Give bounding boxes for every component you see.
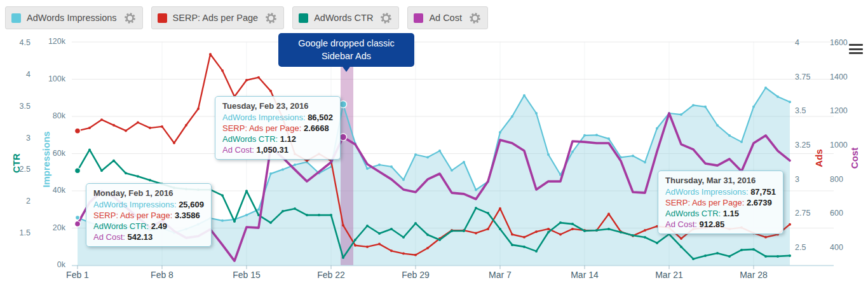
legend-label: SERP: Ads per Page [173,13,259,23]
legend-chip-ad-cost[interactable]: Ad Cost [407,6,488,29]
tooltip-date: Monday, Feb 1, 2016 [93,188,204,198]
tooltip-date: Tuesday, Feb 23, 2016 [222,101,333,111]
tooltip-row: Ad Cost: 1,050.31 [222,144,333,155]
annotation-flag: Google dropped classic Sidebar Ads [278,33,414,67]
axis-title-ctr: CTR [11,125,22,202]
legend-swatch [299,13,308,23]
chart-plot-area[interactable] [0,0,868,306]
axis-title-cost: Cost [849,120,860,197]
analytics-chart-panel: AdWords ImpressionsSERP: Ads per PageAdW… [0,0,868,306]
axis-title-impressions: Impressions [41,122,51,198]
tooltip-row: SERP: Ads per Page: 2.6668 [222,123,333,134]
tooltip-row: Ad Cost: 542.13 [93,232,204,242]
legend-chip-adwords-impressions[interactable]: AdWords Impressions [5,6,143,29]
legend-label: AdWords Impressions [27,13,117,23]
tooltip-row: AdWords CTR: 1.12 [222,134,333,144]
hamburger-icon [849,44,863,46]
legend-swatch [11,13,21,23]
gear-icon[interactable] [380,12,392,24]
legend-chip-serp-ads-per-page[interactable]: SERP: Ads per Page [151,6,285,29]
tooltip-row: SERP: Ads per Page: 2.6739 [665,197,776,208]
legend-chip-adwords-ctr[interactable]: AdWords CTR [292,6,399,29]
gear-icon[interactable] [124,12,136,24]
legend-label: Ad Cost [429,13,462,23]
annotation-arrow [341,65,351,77]
chart-tooltip: Tuesday, Feb 23, 2016AdWords Impressions… [215,96,341,160]
tooltip-row: SERP: Ads per Page: 3.3586 [93,210,204,221]
legend-swatch [158,13,167,23]
chart-legend: AdWords ImpressionsSERP: Ads per PageAdW… [5,6,488,29]
tooltip-row: AdWords CTR: 2.49 [93,221,204,232]
chart-menu-button[interactable] [849,44,863,57]
axis-title-ads: Ads [813,120,824,197]
gear-icon[interactable] [265,12,277,24]
tooltip-row: AdWords Impressions: 87,751 [665,186,776,197]
legend-label: AdWords CTR [314,13,373,23]
tooltip-row: Ad Cost: 912.85 [665,219,776,230]
gear-icon[interactable] [469,12,481,24]
tooltip-row: AdWords CTR: 1.15 [665,208,776,219]
tooltip-row: AdWords Impressions: 25,609 [93,199,204,210]
tooltip-row: AdWords Impressions: 86,502 [222,112,333,123]
legend-swatch [414,13,423,23]
tooltip-date: Thursday, Mar 31, 2016 [665,175,776,186]
chart-tooltip: Thursday, Mar 31, 2016AdWords Impression… [658,170,783,234]
chart-tooltip: Monday, Feb 1, 2016AdWords Impressions: … [86,183,212,247]
